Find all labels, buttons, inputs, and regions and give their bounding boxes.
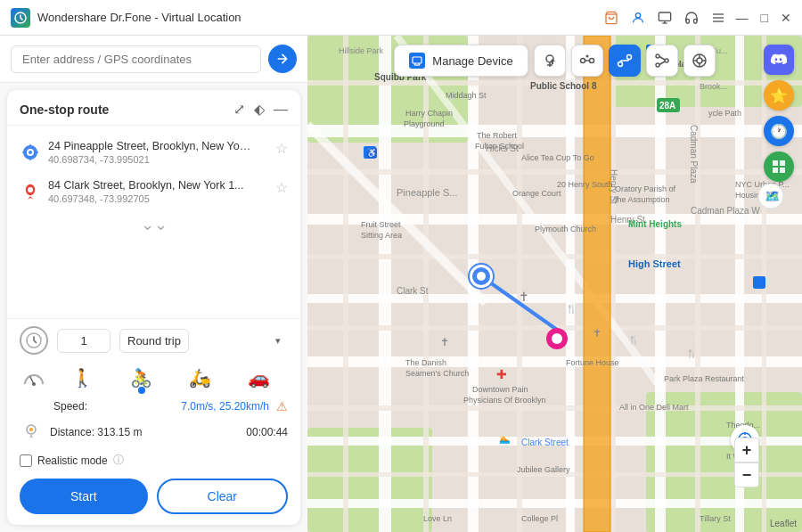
svg-text:Sitting Area: Sitting Area	[361, 231, 402, 240]
svg-text:Harry Chapin: Harry Chapin	[405, 109, 453, 118]
distance-label: Distance: 313.15 m	[50, 426, 230, 438]
discord-button[interactable]	[764, 45, 794, 75]
svg-rect-28	[307, 125, 802, 137]
svg-text:Orange Court: Orange Court	[512, 189, 561, 198]
svg-text:All in One Deli Mart: All in One Deli Mart	[619, 403, 689, 412]
realistic-mode-info-icon[interactable]: ⓘ	[113, 453, 124, 468]
svg-text:Middagh St: Middagh St	[446, 91, 487, 100]
svg-point-2	[635, 12, 640, 17]
route-panel: One-stop route ⤢ ⬖ —	[7, 90, 300, 525]
svg-point-17	[29, 428, 33, 431]
svg-text:College Pl: College Pl	[521, 514, 558, 523]
route-header-icons: ⤢ ⬖ —	[233, 101, 288, 118]
star-button[interactable]: ⭐	[764, 80, 794, 110]
svg-rect-141	[780, 168, 785, 173]
svg-text:✝: ✝	[593, 327, 602, 340]
map-tool-route[interactable]	[609, 45, 641, 77]
realistic-mode-checkbox[interactable]	[20, 454, 32, 467]
svg-text:High Street: High Street	[628, 258, 681, 269]
speed-row: Speed: 7.0m/s, 25.20km/h ⚠	[20, 399, 288, 413]
svg-text:🍴: 🍴	[686, 348, 698, 359]
trip-type-select[interactable]: Round trip	[119, 329, 189, 353]
trip-clock-icon	[20, 326, 48, 355]
transport-car[interactable]: 🚗	[241, 364, 276, 392]
transport-bike[interactable]: 🚴	[124, 364, 160, 392]
map-tool-multipoint[interactable]	[571, 45, 603, 77]
waypoint-item-2: 84 Clark Street, Brooklyn, New York 1...…	[7, 172, 300, 211]
waypoint-coords-2: 40.697348, -73.992705	[48, 193, 268, 204]
svg-text:Cadman Plaza: Cadman Plaza	[689, 125, 699, 184]
manage-device-label: Manage Device	[432, 54, 512, 68]
svg-text:Mint Heights: Mint Heights	[628, 219, 682, 229]
monitor-icon[interactable]	[656, 9, 674, 27]
speedometer-icon	[20, 365, 48, 394]
svg-text:Love Ln: Love Ln	[423, 514, 452, 523]
transport-walk[interactable]: 🚶	[65, 364, 101, 392]
search-input[interactable]	[11, 45, 261, 73]
realistic-mode-row: Realistic mode ⓘ	[20, 453, 288, 468]
clock-button[interactable]: 🕐	[764, 116, 794, 146]
svg-rect-30	[307, 294, 802, 303]
svg-text:Oratory Parish of: Oratory Parish of	[615, 184, 676, 193]
search-submit-button[interactable]	[268, 45, 297, 73]
manage-device-button[interactable]: Manage Device	[394, 45, 528, 77]
svg-point-15	[32, 382, 36, 386]
map-tool-teleport[interactable]	[534, 45, 566, 77]
svg-text:Downtown Pain: Downtown Pain	[472, 385, 528, 394]
realistic-mode-label: Realistic mode	[37, 454, 108, 467]
svg-rect-139	[780, 160, 785, 166]
zoom-out-button[interactable]: −	[734, 462, 759, 487]
waypoint-favorite-1[interactable]: ☆	[275, 140, 288, 157]
svg-text:✝: ✝	[519, 290, 529, 304]
svg-text:Playground: Playground	[404, 119, 445, 128]
svg-text:🍴: 🍴	[566, 303, 577, 315]
trip-count-input[interactable]	[57, 329, 110, 353]
map-tool-jump[interactable]	[646, 45, 678, 77]
route-import-icon[interactable]: ⬖	[254, 101, 265, 118]
waypoint-end-icon-wrap	[20, 181, 41, 202]
svg-text:20 Henry South: 20 Henry South	[557, 180, 613, 189]
speed-info-icon[interactable]: ⚠	[276, 399, 288, 413]
maximize-button[interactable]: □	[761, 12, 768, 24]
waypoint-item-1: 24 Pineapple Street, Brooklyn, New York …	[7, 133, 300, 172]
waypoint-favorite-2[interactable]: ☆	[275, 179, 288, 196]
map-tool-joystick[interactable]	[683, 45, 716, 77]
waypoint-text-1: 24 Pineapple Street, Brooklyn, New York …	[48, 140, 268, 165]
expand-chevron[interactable]: ⌄⌄	[7, 211, 300, 234]
svg-point-130	[665, 59, 668, 62]
zoom-in-button[interactable]: +	[734, 438, 759, 462]
titlebar: Wondershare Dr.Fone - Virtual Location —…	[0, 0, 802, 36]
route-export-icon[interactable]: ⤢	[233, 101, 245, 118]
route-minimize-icon[interactable]: —	[274, 102, 288, 118]
start-button[interactable]: Start	[20, 479, 148, 514]
svg-text:Jubilee Gallery: Jubilee Gallery	[517, 465, 570, 474]
cart-icon[interactable]	[602, 9, 620, 27]
svg-text:Clark St: Clark St	[397, 286, 429, 296]
route-header: One-stop route ⤢ ⬖ —	[7, 90, 300, 126]
svg-rect-3	[659, 12, 670, 20]
svg-rect-138	[773, 160, 778, 166]
svg-text:Fruit Street: Fruit Street	[361, 220, 401, 229]
svg-point-133	[697, 58, 702, 63]
svg-rect-33	[307, 499, 802, 508]
svg-rect-48	[584, 36, 610, 532]
svg-text:🍴: 🍴	[628, 334, 640, 346]
user-icon[interactable]	[629, 9, 647, 27]
svg-text:Henry St: Henry St	[609, 169, 618, 204]
grid-button[interactable]	[764, 151, 794, 182]
minimize-button[interactable]: —	[736, 12, 749, 24]
svg-rect-42	[307, 254, 802, 259]
waypoints-list: 24 Pineapple Street, Brooklyn, New York …	[7, 126, 300, 318]
search-bar	[0, 36, 307, 83]
svg-text:✚: ✚	[496, 367, 507, 381]
svg-point-13	[28, 187, 33, 192]
distance-row: Distance: 313.15 m 00:00:44	[20, 421, 288, 444]
svg-point-126	[585, 55, 588, 58]
headphone-icon[interactable]	[683, 9, 700, 27]
menu-icon[interactable]	[709, 9, 727, 27]
clear-button[interactable]: Clear	[157, 479, 289, 514]
action-buttons: Start Clear	[20, 479, 288, 518]
transport-scooter[interactable]: 🛵	[182, 364, 217, 392]
map-area[interactable]: Pineapple S... Clark St Hicks St Henry S…	[307, 36, 802, 532]
close-button[interactable]: ✕	[781, 12, 791, 24]
